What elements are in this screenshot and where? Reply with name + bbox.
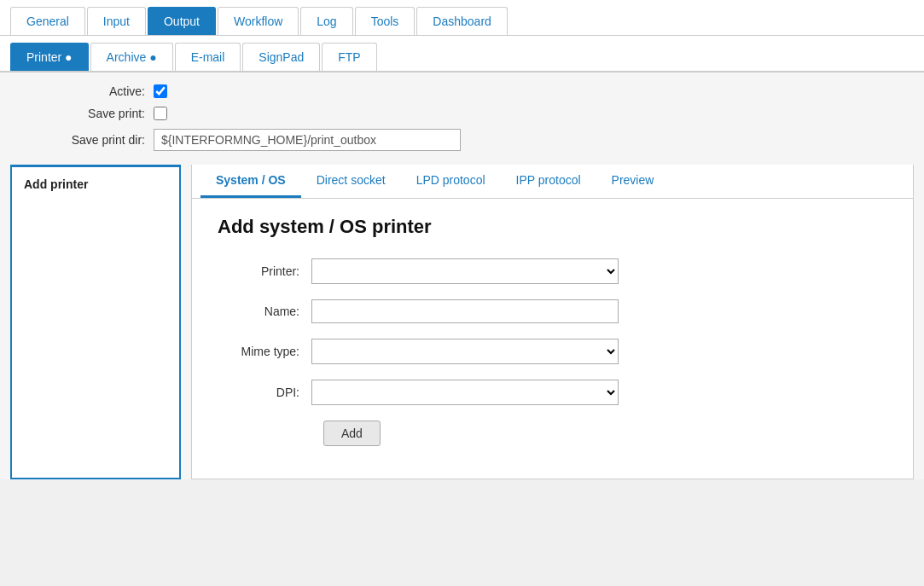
tab-general[interactable]: General — [10, 7, 85, 35]
right-panel: System / OS Direct socket LPD protocol I… — [191, 165, 914, 479]
tab-log[interactable]: Log — [300, 7, 352, 35]
sub-tab-signpad[interactable]: SignPad — [242, 43, 320, 71]
printer-select[interactable] — [311, 258, 619, 284]
dpi-label: DPI: — [218, 386, 311, 399]
inner-tab-lpd-protocol[interactable]: LPD protocol — [401, 165, 501, 198]
add-button-row: Add — [218, 421, 887, 446]
add-button[interactable]: Add — [323, 421, 381, 446]
inner-tab-system-os[interactable]: System / OS — [200, 165, 301, 198]
inner-tab-direct-socket[interactable]: Direct socket — [301, 165, 401, 198]
inner-content: Add system / OS printer Printer: Name: M… — [192, 199, 913, 479]
mimetype-row: Mime type: — [218, 339, 887, 364]
save-print-dir-label: Save print dir: — [17, 133, 154, 147]
active-checkbox[interactable] — [154, 84, 167, 98]
tab-dashboard[interactable]: Dashboard — [416, 7, 508, 35]
save-print-dir-row: Save print dir: — [0, 129, 924, 151]
sub-nav: Printer ● Archive ● E-mail SignPad FTP — [0, 36, 924, 73]
body-split: Add printer System / OS Direct socket LP… — [0, 165, 924, 479]
save-print-checkbox[interactable] — [154, 107, 167, 120]
mimetype-select[interactable] — [311, 339, 619, 364]
top-form-section: Active: Save print: Save print dir: — [0, 73, 924, 165]
save-print-dir-input[interactable] — [154, 129, 461, 151]
save-print-label: Save print: — [17, 107, 154, 120]
name-input[interactable] — [311, 299, 619, 323]
sub-tab-printer[interactable]: Printer ● — [10, 43, 89, 71]
inner-tab-ipp-protocol[interactable]: IPP protocol — [501, 165, 596, 198]
active-row: Active: — [0, 84, 924, 98]
save-print-row: Save print: — [0, 107, 924, 120]
tab-tools[interactable]: Tools — [355, 7, 416, 35]
name-row: Name: — [218, 299, 887, 323]
tab-input[interactable]: Input — [87, 7, 146, 35]
printer-row: Printer: — [218, 258, 887, 284]
name-label: Name: — [218, 305, 311, 318]
tab-output[interactable]: Output — [148, 7, 216, 35]
top-nav: General Input Output Workflow Log Tools … — [0, 0, 924, 36]
mimetype-label: Mime type: — [218, 345, 311, 358]
sidebar: Add printer — [10, 165, 181, 479]
tab-workflow[interactable]: Workflow — [218, 7, 299, 35]
sub-tab-archive[interactable]: Archive ● — [90, 43, 173, 71]
inner-tab-preview[interactable]: Preview — [596, 165, 670, 198]
sub-tab-ftp[interactable]: FTP — [322, 43, 376, 71]
sidebar-item-add-printer[interactable]: Add printer — [12, 167, 179, 201]
inner-form-title: Add system / OS printer — [218, 216, 887, 238]
dpi-select[interactable] — [311, 380, 619, 405]
sub-tab-email[interactable]: E-mail — [175, 43, 241, 71]
inner-tabs: System / OS Direct socket LPD protocol I… — [192, 165, 913, 199]
printer-label: Printer: — [218, 264, 311, 278]
dpi-row: DPI: — [218, 380, 887, 405]
active-label: Active: — [17, 84, 154, 98]
